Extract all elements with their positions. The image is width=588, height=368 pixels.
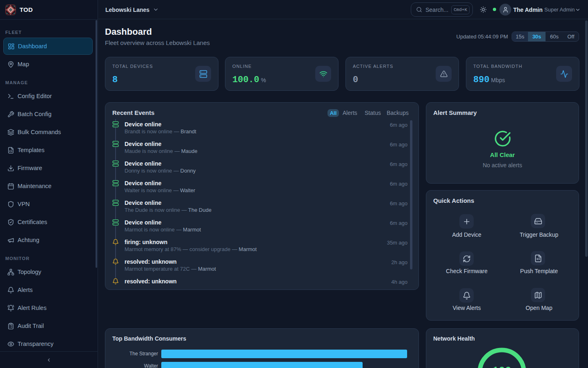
svg-text:100: 100 xyxy=(492,365,512,368)
